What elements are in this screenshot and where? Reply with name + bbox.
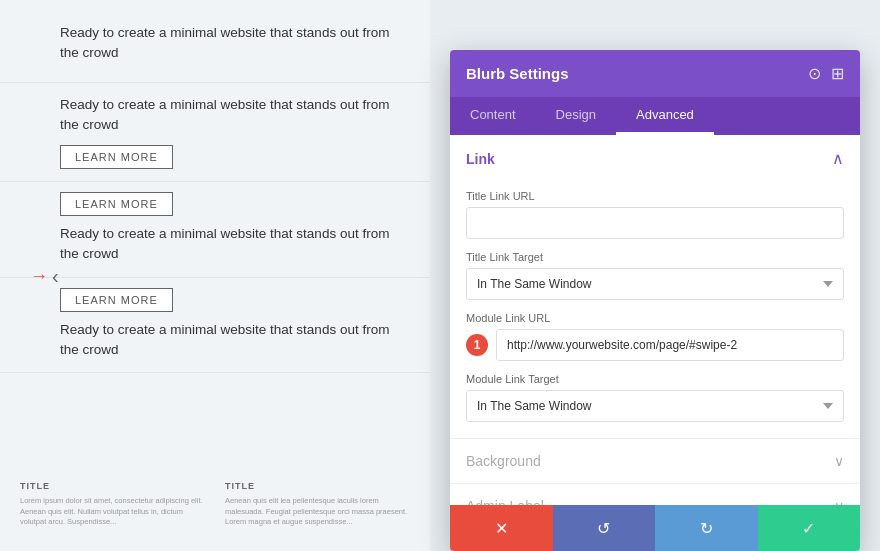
tab-content[interactable]: Content <box>450 97 536 135</box>
badge-1: 1 <box>466 334 488 356</box>
strip-col-2: TITLE Aenean quis elit lea pellentesque … <box>225 481 410 541</box>
admin-label-section-header[interactable]: Admin Label ∨ <box>450 484 860 505</box>
save-button[interactable]: ✓ <box>758 505 861 551</box>
strip-col-2-title: TITLE <box>225 481 410 491</box>
chevron-left-icon: ‹ <box>52 264 59 287</box>
learn-more-btn-2[interactable]: LEARN MORE <box>60 192 173 216</box>
content-text-4: Ready to create a minimal website that s… <box>60 320 410 361</box>
tabs-bar: Content Design Advanced <box>450 97 860 135</box>
background-section-title: Background <box>466 453 541 469</box>
title-link-url-label: Title Link URL <box>466 190 844 202</box>
content-block-1: Ready to create a minimal website that s… <box>0 8 430 83</box>
module-link-url-input[interactable] <box>496 329 844 361</box>
content-block-3: LEARN MORE Ready to create a minimal web… <box>0 182 430 278</box>
settings-panel: Blurb Settings ⊙ ⊞ Content Design Advanc… <box>450 50 860 551</box>
admin-label-section-chevron: ∨ <box>834 498 844 505</box>
title-link-target-label: Title Link Target <box>466 251 844 263</box>
content-block-2: Ready to create a minimal website that s… <box>0 83 430 183</box>
panel-toolbar: ✕ ↺ ↻ ✓ <box>450 505 860 551</box>
strip-col-1: TITLE Lorem ipsum dolor sit amet, consec… <box>20 481 205 541</box>
cancel-button[interactable]: ✕ <box>450 505 553 551</box>
learn-more-btn-1[interactable]: LEARN MORE <box>60 145 173 169</box>
strip-col-1-text: Lorem ipsum dolor sit amet, consectetur … <box>20 496 205 528</box>
title-link-target-select[interactable]: In The Same Window In A New Window <box>466 268 844 300</box>
expand-icon[interactable]: ⊙ <box>808 64 821 83</box>
background-section: Background ∨ <box>450 438 860 483</box>
link-section-header[interactable]: Link ∧ <box>450 135 860 178</box>
tab-design[interactable]: Design <box>536 97 616 135</box>
tab-advanced[interactable]: Advanced <box>616 97 714 135</box>
link-section-chevron: ∧ <box>832 149 844 168</box>
module-link-url-label: Module Link URL <box>466 312 844 324</box>
title-link-url-input[interactable] <box>466 207 844 239</box>
strip-col-2-text: Aenean quis elit lea pellentesque iaculi… <box>225 496 410 528</box>
module-link-url-row: 1 <box>466 329 844 361</box>
link-section-content: Title Link URL Title Link Target In The … <box>450 190 860 438</box>
background-section-header[interactable]: Background ∨ <box>450 439 860 483</box>
panel-title: Blurb Settings <box>466 65 569 82</box>
module-link-target-label: Module Link Target <box>466 373 844 385</box>
left-content-area: Ready to create a minimal website that s… <box>0 0 430 551</box>
admin-label-section: Admin Label ∨ <box>450 483 860 505</box>
background-section-chevron: ∨ <box>834 453 844 469</box>
content-text-2: Ready to create a minimal website that s… <box>60 95 410 136</box>
content-text-1: Ready to create a minimal website that s… <box>60 23 410 64</box>
redo-button[interactable]: ↻ <box>655 505 758 551</box>
module-link-target-select[interactable]: In The Same Window In A New Window <box>466 390 844 422</box>
panel-header: Blurb Settings ⊙ ⊞ <box>450 50 860 97</box>
admin-label-section-title: Admin Label <box>466 498 544 505</box>
content-text-3: Ready to create a minimal website that s… <box>60 224 410 265</box>
content-block-4: LEARN MORE Ready to create a minimal web… <box>0 278 430 374</box>
columns-icon[interactable]: ⊞ <box>831 64 844 83</box>
arrow-left-indicator[interactable]: → ‹ <box>30 264 59 287</box>
learn-more-btn-3[interactable]: LEARN MORE <box>60 288 173 312</box>
link-section-title: Link <box>466 151 495 167</box>
panel-header-icons: ⊙ ⊞ <box>808 64 844 83</box>
panel-body: Link ∧ Title Link URL Title Link Target … <box>450 135 860 505</box>
bottom-strip: TITLE Lorem ipsum dolor sit amet, consec… <box>0 471 430 551</box>
strip-col-1-title: TITLE <box>20 481 205 491</box>
undo-button[interactable]: ↺ <box>553 505 656 551</box>
